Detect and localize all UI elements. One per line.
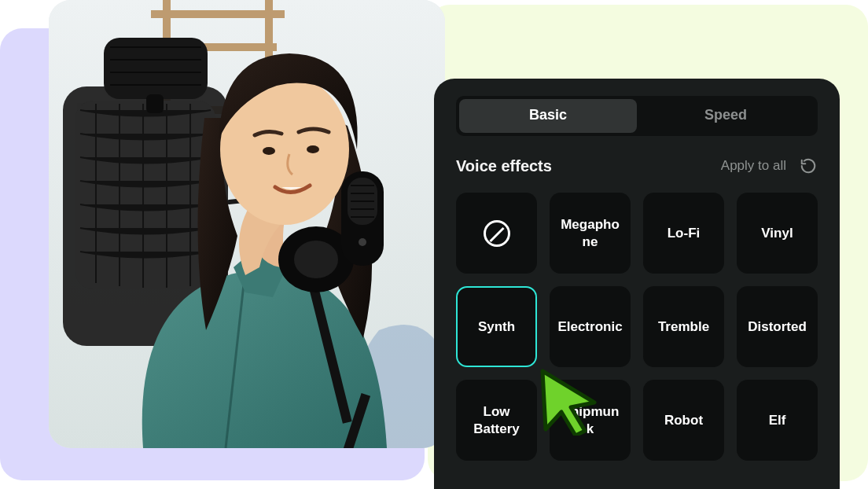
section-title: Voice effects [456, 157, 552, 175]
effect-electronic[interactable]: Electronic [550, 286, 631, 367]
reset-icon[interactable] [799, 156, 818, 175]
svg-rect-4 [146, 94, 164, 113]
svg-point-16 [359, 238, 366, 246]
svg-point-13 [294, 241, 338, 278]
effect-synth[interactable]: Synth [456, 286, 537, 367]
effect-vinyl[interactable]: Vinyl [737, 193, 818, 274]
effect-label: Distorted [748, 318, 807, 335]
effect-robot[interactable]: Robot [643, 380, 724, 461]
effect-chipmunk[interactable]: Chipmunk [550, 380, 631, 461]
none-icon [484, 220, 510, 247]
effect-label: Vinyl [761, 225, 793, 241]
effect-lofi[interactable]: Lo-Fi [643, 193, 724, 274]
effect-label: Low Battery [464, 403, 529, 437]
svg-point-7 [263, 147, 275, 155]
effect-tremble[interactable]: Tremble [643, 286, 724, 367]
section-header: Voice effects Apply to all [456, 156, 818, 175]
effect-label: Elf [769, 412, 786, 428]
apply-to-all-button[interactable]: Apply to all [721, 158, 786, 174]
svg-point-8 [307, 145, 319, 153]
effect-lowbattery[interactable]: Low Battery [456, 380, 537, 461]
effect-megaphone[interactable]: Megaphone [550, 193, 631, 274]
effect-distorted[interactable]: Distorted [737, 286, 818, 367]
effect-label: Lo-Fi [668, 225, 701, 241]
effect-label: Megaphone [557, 216, 623, 250]
section-actions: Apply to all [721, 156, 818, 175]
effect-label: Robot [664, 412, 703, 428]
tab-basic[interactable]: Basic [459, 99, 637, 133]
effect-label: Tremble [658, 318, 709, 335]
hero-photo [49, 0, 445, 448]
effect-none[interactable] [456, 193, 537, 274]
effect-label: Chipmunk [557, 403, 623, 437]
effect-label: Electronic [557, 318, 622, 335]
effect-elf[interactable]: Elf [737, 380, 818, 461]
effect-label: Synth [478, 318, 515, 335]
tab-bar: Basic Speed [456, 96, 818, 136]
voice-effects-panel: Basic Speed Voice effects Apply to all M… [434, 79, 840, 489]
effects-grid: MegaphoneLo-FiVinylSynthElectronicTrembl… [456, 193, 818, 461]
tab-speed[interactable]: Speed [637, 99, 815, 133]
